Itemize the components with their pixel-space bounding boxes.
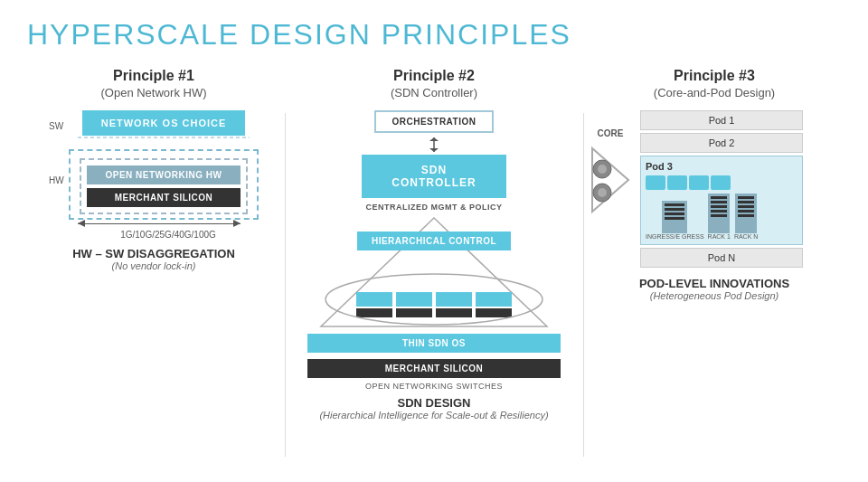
principle-3-subtitle: (Core-and-Pod Design)	[654, 86, 775, 99]
rack-row: INGRESS/E GRESS RACK 1	[646, 194, 797, 240]
core-column: CORE	[588, 128, 633, 216]
svg-marker-3	[429, 148, 439, 152]
pod-n-box: Pod N	[640, 248, 803, 268]
p2-footer-title: SDN DESIGN	[319, 396, 548, 410]
sdn-controller-box: SDN CONTROLLER	[362, 155, 506, 198]
principle-1-footer: HW – SW DISAGGREGATION (No vendor lock-i…	[72, 247, 235, 271]
sw-blue	[356, 292, 392, 307]
pod-1-box: Pod 1	[640, 110, 803, 130]
rackn-stripe-2	[738, 201, 754, 203]
principle-1: Principle #1 (Open Network HW) SW HW NET…	[27, 68, 280, 271]
speed-arrow	[69, 223, 259, 224]
network-os-box: NETWORK OS CHOICE	[82, 110, 245, 136]
rack1-stripe-4	[711, 210, 727, 213]
page: HYPERSCALE DESIGN PRINCIPLES Principle #…	[0, 0, 868, 482]
principle-2-title: Principle #2	[393, 68, 475, 84]
ingress-tower	[662, 201, 687, 233]
open-switches-label: OPEN NETWORKING SWITCHES	[294, 382, 574, 391]
svg-marker-2	[429, 137, 439, 141]
ingress-item: INGRESS/E GRESS	[646, 201, 704, 240]
pod-2-row: Pod 2	[640, 133, 803, 153]
sw-dark-4	[476, 308, 512, 317]
pod-n-row: Pod N	[640, 248, 803, 268]
svg-point-10	[598, 188, 607, 197]
svg-marker-6	[592, 148, 628, 212]
pod-2-box: Pod 2	[640, 133, 803, 153]
rackn-item: RACK N	[734, 194, 758, 240]
core-triangle-svg	[588, 144, 633, 216]
sw-label: SW	[49, 121, 63, 131]
p3-footer-sub: (Heterogeneous Pod Design)	[639, 290, 789, 301]
rack-stripe-4	[665, 217, 684, 220]
principle-3: Principle #3 (Core-and-Pod Design) CORE	[588, 68, 841, 301]
rack1-stripe-2	[711, 201, 727, 203]
principle-1-subtitle: (Open Network HW)	[100, 86, 206, 99]
hierarchical-box: HIERARCHICAL CONTROL	[357, 232, 511, 250]
pod-3-detail: Pod 3	[640, 156, 803, 245]
centralized-label: CENTRALIZED MGMT & POLICY	[294, 203, 574, 212]
divider-2	[583, 113, 584, 457]
rackn-stripe-3	[738, 205, 754, 208]
pyramid-section: HIERARCHICAL CONTROL	[294, 213, 574, 331]
rack1-item: RACK 1	[708, 194, 731, 240]
principle-1-diagram: SW HW NETWORK OS CHOICE OPEN NETWORKING …	[49, 110, 259, 240]
rackn-stripe-1	[738, 196, 754, 199]
network-os-wrapper: NETWORK OS CHOICE	[69, 110, 259, 146]
open-networking-box: OPEN NETWORKING HW	[87, 165, 241, 184]
pod3-icons	[646, 175, 797, 190]
pod3-icon-4	[711, 175, 731, 190]
merchant-silicon-box-p1: MERCHANT SILICON	[87, 188, 241, 207]
thin-sdn-box: THIN SDN OS	[307, 334, 561, 353]
pod3-icon-3	[689, 175, 709, 190]
rackn-tower	[735, 194, 757, 233]
page-title: HYPERSCALE DESIGN PRINCIPLES	[27, 18, 841, 52]
orchestration-box: ORCHESTRATION	[374, 110, 495, 133]
principle-3-footer: POD-LEVEL INNOVATIONS (Heterogeneous Pod…	[639, 277, 789, 301]
rack1-label: RACK 1	[708, 233, 731, 240]
orchestration-row: ORCHESTRATION	[294, 110, 574, 135]
principle-3-title: Principle #3	[674, 68, 755, 84]
p1-footer-title: HW – SW DISAGGREGATION	[72, 247, 235, 260]
p3-footer-title: POD-LEVEL INNOVATIONS	[639, 277, 789, 290]
principle-2-subtitle: (SDN Controller)	[391, 86, 477, 99]
sw-blue-2	[396, 292, 432, 307]
pod3-icon-1	[646, 175, 665, 190]
rack1-tower	[708, 194, 730, 233]
sw-blue-4	[476, 292, 512, 307]
merchant-p2-box: MERCHANT SILICON	[307, 359, 561, 378]
principle-2-footer: SDN DESIGN (Hierarchical Intelligence fo…	[319, 396, 548, 421]
hw-label: HW	[49, 175, 64, 185]
rack-stripe-3	[665, 213, 684, 215]
rack1-stripe-5	[711, 214, 727, 217]
rackn-stripe-4	[738, 210, 754, 213]
switch-col-4	[476, 292, 512, 317]
rack-stripe-2	[665, 208, 684, 211]
ingress-label: INGRESS/E GRESS	[646, 233, 704, 240]
hw-inner-box: OPEN NETWORKING HW MERCHANT SILICON	[80, 158, 248, 214]
hw-outer-box: OPEN NETWORKING HW MERCHANT SILICON	[69, 149, 259, 220]
pods-stack: Pod 1 Pod 2 Pod 3	[640, 110, 803, 268]
principle-2: Principle #2 (SDN Controller) ORCHESTRAT…	[289, 68, 579, 421]
switch-col-3	[436, 292, 472, 317]
svg-point-8	[598, 165, 607, 174]
principle-1-title: Principle #1	[113, 68, 194, 84]
principle-3-diagram: CORE Pod 1	[588, 110, 841, 268]
rack1-stripe-1	[711, 196, 727, 199]
sdn-controller-row: SDN CONTROLLER	[294, 155, 574, 200]
principles-row: Principle #1 (Open Network HW) SW HW NET…	[27, 68, 841, 457]
switch-col-1	[356, 292, 392, 317]
rack1-stripe-3	[711, 205, 727, 208]
divider-1	[285, 113, 286, 457]
double-arrow	[294, 137, 574, 152]
sw-dark	[356, 308, 392, 317]
sw-dark-2	[396, 308, 432, 317]
pod3-icon-2	[667, 175, 687, 190]
thin-sdn-row: THIN SDN OS	[294, 331, 574, 355]
rackn-stripe-5	[738, 214, 754, 217]
hierarchical-text: HIERARCHICAL CONTROL	[357, 232, 511, 250]
core-label: CORE	[598, 128, 624, 138]
merchant-p2-row: MERCHANT SILICON	[294, 357, 574, 380]
sw-dark-3	[436, 308, 472, 317]
pod-3-label: Pod 3	[646, 161, 797, 172]
switch-col-2	[396, 292, 432, 317]
